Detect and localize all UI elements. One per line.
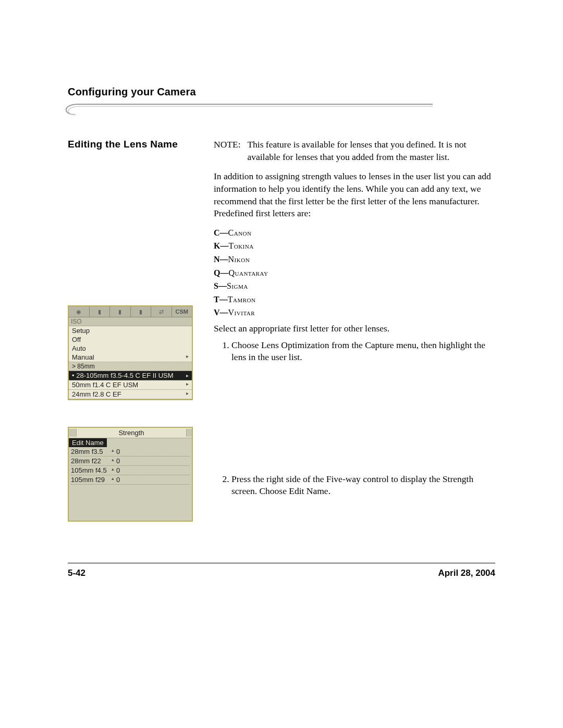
lcd-tabbar: ◉ ▮ ▮ ▮ ⇄ CSM bbox=[69, 306, 192, 317]
arrow-icon: ▴ bbox=[112, 448, 114, 455]
header-swoosh-decoration bbox=[57, 99, 433, 130]
mfg-item: V—Vivitar bbox=[214, 307, 495, 318]
arrow-right-icon: ▸ bbox=[186, 381, 189, 387]
mfg-item: T—Tamron bbox=[214, 294, 495, 305]
lcd-row: 50mm f1.4 C EF USM▸ bbox=[69, 380, 192, 390]
mfg-item: S—Sigma bbox=[214, 280, 495, 292]
manufacturer-list: C—Canon K—Tokina N—Nikon Q—Quantaray S—S… bbox=[214, 227, 495, 318]
strength-row: 105mm f29▴0 bbox=[71, 475, 190, 485]
tab-csm: CSM bbox=[172, 306, 192, 317]
lcd-row: Auto bbox=[69, 344, 192, 353]
step-1: Choose Lens Optimization from the Captur… bbox=[231, 339, 495, 364]
lcd2-title: Strength bbox=[77, 429, 186, 437]
left-column: Editing the Lens Name bbox=[68, 139, 214, 150]
steps-list: Choose Lens Optimization from the Captur… bbox=[214, 339, 495, 498]
section-title: Editing the Lens Name bbox=[68, 139, 214, 150]
tab-icon: ▮ bbox=[131, 306, 152, 317]
tab-icon: ◉ bbox=[69, 306, 90, 317]
lcd-row: 24mm f2.8 C EF▸ bbox=[69, 390, 192, 399]
right-column: NOTE: This feature is available for lens… bbox=[214, 139, 495, 498]
intro-paragraph: In addition to assigning strength values… bbox=[214, 170, 495, 220]
mfg-item: Q—Quantaray bbox=[214, 267, 495, 279]
note-label: NOTE: bbox=[214, 139, 245, 151]
step-2: Press the right side of the Five-way con… bbox=[231, 473, 495, 498]
arrow-right-icon: ▸ bbox=[186, 390, 189, 396]
camera-lcd-strength: Strength Edit Name 28mm f3.5▴0 28mm f22▴… bbox=[68, 427, 193, 522]
lcd-row: Manual▸ bbox=[69, 353, 192, 362]
page-number: 5-42 bbox=[68, 568, 85, 578]
manual-page: Configuring your Camera Editing the Lens… bbox=[0, 0, 563, 728]
arrow-right-icon: ▸ bbox=[186, 353, 189, 359]
tab-icon: ▮ bbox=[90, 306, 111, 317]
page-date: April 28, 2004 bbox=[438, 568, 495, 578]
chapter-title: Configuring your Camera bbox=[68, 86, 495, 98]
tab-icon: ⇄ bbox=[151, 306, 172, 317]
arrow-icon: ▴ bbox=[112, 476, 114, 484]
tab-icon: ▮ bbox=[110, 306, 131, 317]
mfg-item: C—Canon bbox=[214, 227, 495, 239]
camera-lcd-lens-list: ◉ ▮ ▮ ▮ ⇄ CSM ISO Setup Off Auto Manual▸… bbox=[68, 305, 193, 400]
arrow-icon: ▴ bbox=[112, 457, 114, 465]
strength-row: 28mm f3.5▴0 bbox=[71, 447, 190, 456]
strength-row: 28mm f22▴0 bbox=[71, 456, 190, 466]
mfg-item: K—Tokina bbox=[214, 240, 495, 252]
select-other-text: Select an appropriate first letter for o… bbox=[214, 323, 495, 335]
lcd-row: Off bbox=[69, 335, 192, 344]
lcd-row: Setup bbox=[69, 326, 192, 335]
footer-rule bbox=[68, 563, 495, 563]
lcd-row-divider: > 85mm bbox=[69, 362, 192, 371]
lcd2-selected-item: Edit Name bbox=[69, 438, 107, 447]
lcd2-header: Strength bbox=[69, 428, 192, 438]
strength-row: 105mm f4.5▴0 bbox=[71, 466, 190, 475]
page-footer: 5-42 April 28, 2004 bbox=[68, 568, 495, 578]
mfg-item: N—Nikon bbox=[214, 254, 495, 265]
lcd-row-selected: • 28-105mm f3.5-4.5 C EF II USM▸ bbox=[69, 371, 192, 380]
note-block: NOTE: This feature is available for lens… bbox=[214, 139, 495, 163]
arrow-icon: ▴ bbox=[112, 466, 114, 474]
note-text: This feature is available for lenses tha… bbox=[247, 139, 492, 163]
arrow-right-icon: ▸ bbox=[186, 373, 189, 378]
lcd-iso-label: ISO bbox=[69, 317, 192, 326]
